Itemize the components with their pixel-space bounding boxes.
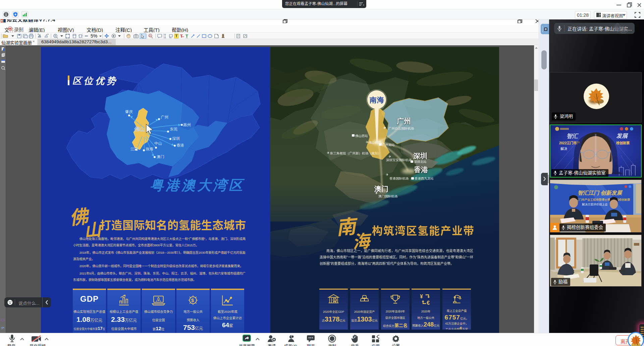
svg-text:江门: 江门 (130, 147, 138, 151)
svg-text:粤港澳大湾区: 粤港澳大湾区 (150, 178, 245, 193)
svg-text:✈: ✈ (383, 126, 386, 130)
svg-text:珠海: 珠海 (146, 147, 154, 151)
svg-text:✈: ✈ (327, 151, 329, 155)
svg-text:佛山西站: 佛山西站 (355, 134, 368, 138)
svg-text:5%: 5% (91, 33, 97, 39)
svg-text:T: T (175, 34, 178, 38)
svg-text:东莞: 东莞 (170, 127, 178, 131)
svg-text:智汇: 智汇 (567, 133, 579, 139)
svg-text:深圳宝安国际机场: 深圳宝安国际机场 (386, 158, 412, 162)
svg-text:$: $ (191, 297, 194, 303)
svg-text:深圳: 深圳 (172, 137, 180, 141)
svg-text:T̶: T̶ (180, 34, 184, 39)
svg-text:香港西九龙站: 香港西九龙站 (415, 177, 434, 180)
svg-text:智汇江门 创新发展: 智汇江门 创新发展 (578, 190, 623, 196)
svg-text:✈: ✈ (386, 173, 388, 177)
svg-text:肇庆: 肇庆 (125, 110, 133, 114)
svg-text:A: A (149, 35, 151, 37)
svg-text:澳门国际机场: 澳门国际机场 (378, 194, 397, 198)
svg-text:发展: 发展 (616, 133, 628, 139)
svg-text:澳门: 澳门 (157, 155, 164, 159)
svg-text:珠三角枢纽（广州新）机场（规划）: 珠三角枢纽（广州新）机场（规划） (330, 151, 381, 155)
svg-text:深圳: 深圳 (413, 152, 427, 160)
svg-text:✈: ✈ (375, 191, 378, 195)
svg-text:$: $ (334, 299, 336, 302)
svg-text:2022江门市产业工程师暨博士博士后揭榜创新赛: 2022江门市产业工程师暨博士博士后揭榜创新赛 (570, 198, 630, 201)
svg-text:香港: 香港 (176, 143, 184, 147)
svg-text:T̲: T̲ (185, 34, 188, 39)
svg-text:惠州: 惠州 (183, 123, 191, 127)
svg-text:广州: 广州 (396, 117, 411, 125)
svg-text:中山: 中山 (154, 141, 162, 145)
svg-text:广州: 广州 (161, 115, 168, 119)
svg-text:€: € (427, 300, 430, 305)
svg-text:香港: 香港 (414, 166, 428, 174)
svg-text:深圳北站: 深圳北站 (414, 160, 427, 163)
svg-text:✈: ✈ (388, 155, 391, 158)
svg-text:广州南站: 广州南站 (382, 143, 395, 147)
svg-text:南海: 南海 (369, 96, 384, 104)
svg-text:佛山: 佛山 (134, 126, 145, 132)
svg-text:解决: 解决 (560, 147, 567, 151)
svg-text:✈: ✈ (366, 140, 368, 144)
svg-text:¥: ¥ (420, 294, 423, 299)
svg-text:区位优势: 区位优势 (72, 76, 118, 86)
svg-text:榜创新赛: 榜创新赛 (616, 141, 630, 145)
svg-text:解决方案评价线上会: 解决方案评价线上会 (582, 203, 608, 206)
svg-text:香港国际机场: 香港国际机场 (389, 177, 409, 180)
svg-text:广州白云国际机场: 广州白云国际机场 (388, 127, 414, 130)
